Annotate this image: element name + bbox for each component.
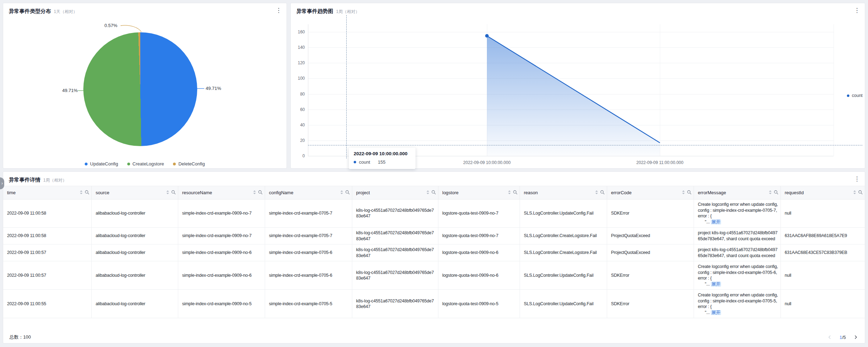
- cell-requestId: null: [781, 261, 865, 289]
- legend-item-deleteconfig[interactable]: DeleteConfig: [173, 161, 205, 166]
- trend-line-series: [291, 3, 866, 169]
- expand-link[interactable]: 展开: [711, 282, 721, 287]
- search-icon[interactable]: [85, 190, 89, 196]
- cell-configName: simple-index-crd-example-0705-7: [265, 199, 352, 227]
- legend-label: count: [852, 93, 863, 98]
- gridline-vertical: [487, 24, 487, 156]
- cell-text: simple-index-crd-example-0909-no-6: [182, 250, 263, 256]
- sort-icon[interactable]: [508, 190, 511, 196]
- cell-text: logstore-quota-test-0909-no-5: [442, 301, 517, 307]
- gridline: [308, 63, 834, 63]
- prev-page-icon[interactable]: [827, 334, 832, 340]
- count-line: [487, 36, 660, 143]
- pie-slice-label-deleteconfig: 0.57%: [104, 23, 117, 28]
- column-header-reason: reason: [520, 186, 607, 199]
- gridline: [308, 47, 834, 48]
- table-row[interactable]: 2022-09-09 11:00:57alibabacloud-log-cont…: [3, 261, 865, 290]
- column-label: errorMessage: [698, 190, 769, 195]
- column-label: requestId: [785, 190, 853, 195]
- cell-requestId: null: [781, 290, 865, 318]
- search-icon[interactable]: [345, 190, 350, 196]
- tooltip-timestamp: 2022-09-09 10:00:00.000: [354, 151, 411, 156]
- cell-logstore: logstore-quota-test-0909-no-5: [438, 290, 520, 318]
- sort-icon[interactable]: [426, 190, 430, 196]
- cell-text: k8s-log-c4551a67027d248bfb049765de783e64…: [356, 247, 436, 258]
- crosshair-vertical: [346, 15, 347, 158]
- expand-link[interactable]: 展开: [711, 220, 721, 224]
- cell-text: 2022-09-09 11:00:57: [7, 273, 89, 279]
- cell-text: logstore-quota-test-0909-no-7: [442, 233, 517, 239]
- cell-text: SLS.LogController.UpdateConfig.Fail: [524, 273, 605, 279]
- kebab-menu-icon[interactable]: ⋮: [853, 7, 861, 14]
- gridline: [308, 32, 834, 32]
- column-label: configName: [269, 190, 340, 195]
- sort-icon[interactable]: [253, 190, 256, 196]
- pie-legend: UpdateConfigCreateLogstoreDeleteConfig: [3, 161, 287, 166]
- legend-item-updateconfig[interactable]: UpdateConfig: [85, 161, 118, 166]
- gridline: [308, 110, 834, 110]
- pie-chart[interactable]: [83, 32, 197, 146]
- sort-icon[interactable]: [166, 190, 169, 196]
- y-axis-tick-label: 80: [291, 92, 305, 97]
- sort-icon[interactable]: [853, 190, 856, 196]
- cell-errorCode: SDKError: [607, 199, 694, 227]
- sort-icon[interactable]: [340, 190, 343, 196]
- cell-logstore: logstore-quota-test-0909-no-6: [438, 244, 520, 261]
- column-label: errorCode: [611, 190, 682, 195]
- cell-requestId: 631AAC68E43CE57C83B379EB: [781, 244, 865, 261]
- search-icon[interactable]: [171, 190, 176, 196]
- y-axis-line: [308, 24, 308, 156]
- kebab-menu-icon[interactable]: ⋮: [274, 7, 283, 14]
- pagination: 1/5: [827, 334, 859, 340]
- search-icon[interactable]: [858, 190, 863, 196]
- column-header-errorCode: errorCode: [607, 186, 694, 199]
- tooltip-series-dot: [354, 161, 356, 163]
- table-row[interactable]: 2022-09-09 11:00:58alibabacloud-log-cont…: [3, 228, 865, 244]
- cell-text: alibabacloud-log-controller: [96, 301, 176, 307]
- cell-text: SDKError: [611, 301, 692, 307]
- table-row[interactable]: 2022-09-09 11:00:57alibabacloud-log-cont…: [3, 244, 865, 261]
- column-header-icons: [253, 190, 263, 196]
- search-icon[interactable]: [431, 190, 436, 196]
- sort-icon[interactable]: [682, 190, 685, 196]
- y-axis-tick-label: 120: [291, 60, 305, 65]
- search-icon[interactable]: [774, 190, 778, 196]
- next-page-icon[interactable]: [853, 334, 859, 340]
- gridline-vertical: [834, 24, 834, 156]
- column-header-icons: [426, 190, 436, 196]
- cell-text: simple-index-crd-example-0909-no-5: [182, 301, 263, 307]
- search-icon[interactable]: [513, 190, 517, 196]
- total-count: 总数：100: [9, 334, 31, 340]
- sort-icon[interactable]: [79, 190, 83, 196]
- cell-text: simple-index-crd-example-0705-5: [269, 301, 350, 307]
- cell-text: Create logconfig error when update confi…: [698, 202, 778, 225]
- legend-item-createlogstore[interactable]: CreateLogstore: [127, 161, 164, 166]
- cell-logstore: logstore-quota-test-0909-no-7: [438, 228, 520, 244]
- cell-text: simple-index-crd-example-0705-6: [269, 250, 350, 256]
- pie-card-time-range: 1天（相对）: [54, 9, 77, 15]
- column-label: reason: [524, 190, 595, 195]
- cell-text: ProjectQuotaExceed: [611, 250, 692, 256]
- pie-chart-card: 异常事件类型分布 1天（相对） ⋮ 0.57% 49.71% 49.71% Up…: [3, 3, 287, 169]
- table-row[interactable]: 2022-09-09 11:00:55alibabacloud-log-cont…: [3, 290, 865, 318]
- dashboard-page: 异常事件类型分布 1天（相对） ⋮ 0.57% 49.71% 49.71% Up…: [0, 0, 868, 347]
- table-row[interactable]: 2022-09-09 11:00:58alibabacloud-log-cont…: [3, 199, 865, 228]
- cell-configName: simple-index-crd-example-0705-6: [265, 261, 352, 289]
- search-icon[interactable]: [258, 190, 263, 196]
- cell-source: alibabacloud-log-controller: [92, 244, 178, 261]
- legend-dot: [847, 94, 849, 97]
- sort-icon[interactable]: [769, 190, 772, 196]
- cell-reason: SLS.LogController.UpdateConfig.Fail: [520, 261, 607, 289]
- kebab-menu-icon[interactable]: ⋮: [853, 175, 861, 183]
- column-label: project: [356, 190, 426, 195]
- search-icon[interactable]: [687, 190, 692, 196]
- trend-chart-card: 异常事件趋势图 1周（相对） ⋮ 02040608010012014016020…: [290, 3, 865, 169]
- sort-icon[interactable]: [595, 190, 598, 196]
- cell-errorCode: SDKError: [607, 290, 694, 318]
- expand-link[interactable]: 展开: [711, 310, 721, 315]
- search-icon[interactable]: [600, 190, 605, 196]
- cell-text: alibabacloud-log-controller: [96, 273, 176, 279]
- legend-dot: [85, 163, 88, 165]
- trend-legend-item-count[interactable]: count: [847, 93, 863, 98]
- cell-time: 2022-09-09 11:00:58: [3, 199, 92, 227]
